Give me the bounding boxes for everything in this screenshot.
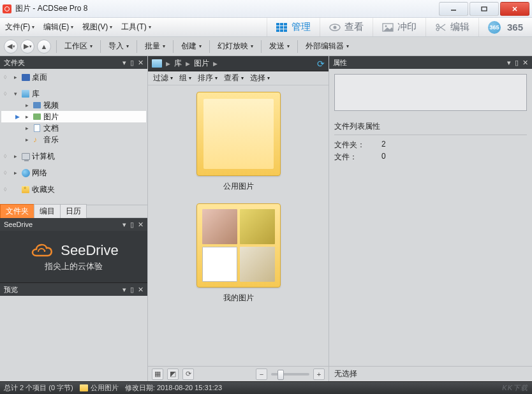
breadcrumb-icon <box>152 59 162 68</box>
filter-select[interactable]: 选择▾ <box>250 73 270 84</box>
status-bar: 总计 2 个项目 (0 字节) 公用图片 修改日期: 2018-08-20 15… <box>0 381 532 394</box>
breadcrumb-current[interactable]: 图片 <box>194 58 209 69</box>
seedrive-tagline: 指尖上的云体验 <box>45 261 103 272</box>
tree-favorites[interactable]: ◊收藏夹 <box>1 184 146 195</box>
cloud-icon <box>29 242 54 259</box>
tool-send[interactable]: 发送▾ <box>267 41 292 52</box>
tree-music[interactable]: ▸♪音乐 <box>1 134 146 145</box>
eye-icon <box>329 23 341 32</box>
thumb-label: 我的图片 <box>181 293 296 303</box>
panel-menu-icon[interactable]: ▾ <box>122 59 126 67</box>
tree-videos[interactable]: ▸视频 <box>1 99 146 111</box>
filter-filter[interactable]: 过滤▾ <box>153 73 173 84</box>
panel-title-folders: 文件夹 <box>4 58 25 68</box>
properties-panel: 文件列表属性 文件夹：2 文件：0 <box>329 69 532 366</box>
zoom-out-icon[interactable]: − <box>256 368 267 380</box>
tool-create[interactable]: 创建▾ <box>179 41 204 52</box>
mode-view[interactable]: 查看 <box>320 18 373 36</box>
panel-title-properties: 属性 <box>333 58 347 68</box>
prop-row-folders: 文件夹：2 <box>334 139 527 151</box>
nav-forward[interactable]: ▶▾ <box>20 40 34 54</box>
tree-pictures[interactable]: ▶▸图片 <box>1 111 146 122</box>
svg-rect-12 <box>284 29 287 32</box>
tree-desktop[interactable]: ◊▸桌面 <box>1 71 146 83</box>
window-title: 图片 - ACDSee Pro 8 <box>15 3 87 14</box>
properties-preview-box <box>334 74 527 111</box>
panel-pin-icon[interactable]: ▯ <box>130 286 134 294</box>
nav-back[interactable]: ◀▾ <box>4 40 18 54</box>
mode-develop[interactable]: 冲印 <box>373 18 425 36</box>
panel-close-icon[interactable]: ✕ <box>138 286 144 294</box>
tool-slideshow[interactable]: 幻灯放映▾ <box>215 41 256 52</box>
overlay-toggle-icon[interactable]: ▦ <box>152 368 163 380</box>
zoom-in-icon[interactable]: + <box>313 368 325 380</box>
panel-menu-icon[interactable]: ▾ <box>122 286 126 294</box>
thumb-public-pictures[interactable]: 公用图片 <box>181 92 296 192</box>
menu-file[interactable]: 文件(F)▾ <box>5 22 34 33</box>
svg-point-16 <box>385 25 387 27</box>
prop-row-files: 文件：0 <box>334 151 527 163</box>
chevron-right-icon: ▶ <box>213 61 218 67</box>
globe-icon: 365 <box>488 21 501 34</box>
panel-menu-icon[interactable]: ▾ <box>122 221 126 229</box>
tool-external-editor[interactable]: 外部编辑器▾ <box>303 41 351 52</box>
panel-header-seedrive: SeeDrive ▾ ▯ ✕ <box>0 218 147 231</box>
watermark: KK下载 <box>502 383 528 393</box>
panel-pin-icon[interactable]: ▯ <box>130 59 134 67</box>
tree-computer[interactable]: ◊▸计算机 <box>1 150 146 162</box>
mode-edit[interactable]: 编辑 <box>425 18 478 36</box>
panel-menu-icon[interactable]: ▾ <box>507 59 511 67</box>
panel-pin-icon[interactable]: ▯ <box>130 221 134 229</box>
nav-up[interactable]: ▲ <box>37 40 51 54</box>
properties-subtitle: 文件列表属性 <box>334 121 527 135</box>
svg-rect-4 <box>276 23 279 26</box>
mode-365[interactable]: 365 365 <box>478 18 532 36</box>
tab-catalog[interactable]: 编目 <box>34 204 61 219</box>
tool-import[interactable]: 导入▾ <box>106 41 131 52</box>
folder-icon <box>196 92 281 176</box>
refresh-icon[interactable]: ⟳ <box>182 368 194 380</box>
app-icon <box>3 4 11 13</box>
menu-view[interactable]: 视图(V)▾ <box>82 22 112 33</box>
panel-close-icon[interactable]: ✕ <box>522 59 528 67</box>
menu-edit[interactable]: 编辑(E)▾ <box>43 22 73 33</box>
panel-title-seedrive: SeeDrive <box>4 221 33 228</box>
main-area: 文件夹 ▾ ▯ ✕ ◊▸桌面 ◊▾库 ▸视频 ▶▸图片 ▸文档 ▸♪音乐 ◊▸计… <box>0 56 532 381</box>
mode-manage[interactable]: 管理 <box>267 18 320 36</box>
zoom-slider[interactable] <box>271 373 309 376</box>
filter-sort[interactable]: 排序▾ <box>198 73 218 84</box>
tree-library[interactable]: ◊▾库 <box>1 88 146 99</box>
svg-rect-10 <box>276 29 279 32</box>
left-tabstrip: 文件夹 编目 日历 <box>0 205 147 218</box>
histogram-icon[interactable]: ◩ <box>167 368 179 380</box>
breadcrumb-root[interactable]: 库 <box>174 58 182 69</box>
menu-tools[interactable]: 工具(T)▾ <box>121 22 151 33</box>
image-icon <box>382 23 394 32</box>
maximize-button[interactable] <box>469 2 499 16</box>
folder-icon <box>80 384 88 391</box>
status-current-folder: 公用图片 <box>80 383 119 393</box>
panel-close-icon[interactable]: ✕ <box>138 59 144 67</box>
tool-batch[interactable]: 批量▾ <box>142 41 168 52</box>
filter-view[interactable]: 查看▾ <box>224 73 244 84</box>
picture-icon <box>33 113 41 120</box>
filter-group[interactable]: 组▾ <box>179 73 191 84</box>
tree-documents[interactable]: ▸文档 <box>1 122 146 134</box>
tool-workspace[interactable]: 工作区▾ <box>62 41 95 52</box>
tab-folders[interactable]: 文件夹 <box>0 204 34 219</box>
panel-pin-icon[interactable]: ▯ <box>515 59 519 67</box>
seedrive-panel[interactable]: SeeDrive 指尖上的云体验 <box>0 231 147 283</box>
computer-icon <box>22 153 30 160</box>
breadcrumb: ▶ 库 ▶ 图片 ▶ ⟳ <box>148 56 329 71</box>
close-button[interactable] <box>500 2 529 16</box>
folder-icon <box>196 203 281 288</box>
svg-point-14 <box>333 26 336 29</box>
svg-point-17 <box>436 24 439 27</box>
tab-calendar[interactable]: 日历 <box>60 204 87 219</box>
minimize-button[interactable] <box>439 2 468 16</box>
refresh-icon[interactable]: ⟳ <box>317 59 325 69</box>
panel-close-icon[interactable]: ✕ <box>138 221 144 229</box>
thumb-my-pictures[interactable]: 我的图片 <box>181 203 296 303</box>
window-controls <box>438 2 529 16</box>
tree-network[interactable]: ◊▸网络 <box>1 167 146 179</box>
